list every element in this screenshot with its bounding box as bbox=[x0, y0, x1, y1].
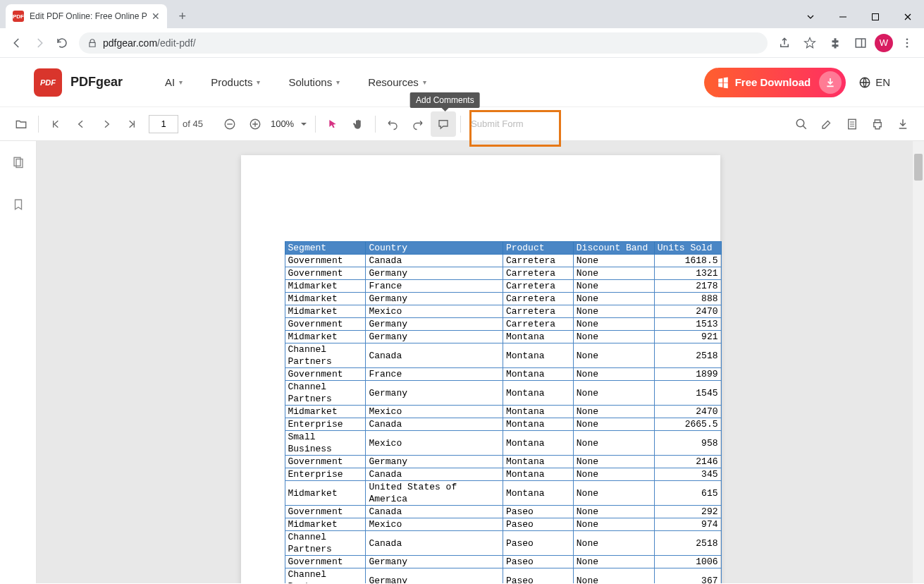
address-bar[interactable]: pdfgear.com/edit-pdf/ bbox=[79, 32, 768, 54]
table-cell: Canada bbox=[366, 343, 503, 368]
open-file-icon[interactable] bbox=[8, 111, 34, 137]
table-cell: Canada bbox=[366, 531, 503, 556]
hand-tool[interactable] bbox=[345, 111, 371, 137]
table-cell: Government bbox=[285, 368, 366, 381]
prev-page-button[interactable] bbox=[68, 111, 94, 137]
table-cell: None bbox=[573, 556, 654, 568]
table-row: EnterpriseCanadaMontanaNone2665.5 bbox=[285, 418, 721, 431]
table-cell: Germany bbox=[366, 331, 503, 343]
menu-products[interactable]: Products▾ bbox=[197, 76, 274, 88]
brand-name[interactable]: PDFgear bbox=[70, 75, 123, 90]
close-window-button[interactable] bbox=[892, 6, 924, 28]
share-icon[interactable] bbox=[773, 32, 796, 54]
minimize-button[interactable] bbox=[827, 6, 859, 28]
download-icon[interactable] bbox=[890, 111, 916, 137]
table-cell: 958 bbox=[654, 431, 721, 456]
brand-logo[interactable]: PDF bbox=[34, 68, 62, 97]
forward-button[interactable] bbox=[28, 32, 51, 54]
table-cell: Montana bbox=[503, 431, 573, 456]
menu-resources[interactable]: Resources▾ bbox=[354, 76, 441, 88]
table-cell: Montana bbox=[503, 418, 573, 431]
table-row: Small BusinessMexicoMontanaNone958 bbox=[285, 431, 721, 456]
free-download-button[interactable]: Free Download bbox=[704, 68, 846, 97]
table-cell: Mexico bbox=[366, 518, 503, 531]
table-cell: Montana bbox=[503, 406, 573, 418]
table-cell: Small Business bbox=[285, 431, 366, 456]
table-cell: Channel Partners bbox=[285, 381, 366, 406]
last-page-button[interactable] bbox=[119, 111, 144, 137]
tooltip: Add Comments bbox=[410, 92, 480, 108]
language-label: EN bbox=[875, 76, 890, 88]
add-comments-button[interactable]: Add Comments bbox=[431, 111, 456, 137]
table-cell: Channel Partners bbox=[285, 568, 366, 584]
reload-button[interactable] bbox=[51, 32, 73, 54]
pdf-page: SegmentCountryProductDiscount BandUnits … bbox=[241, 155, 720, 583]
browser-tab[interactable]: PDF Edit PDF Online: Free Online P ✕ bbox=[6, 4, 167, 28]
table-cell: Germany bbox=[366, 293, 503, 305]
table-cell: Channel Partners bbox=[285, 343, 366, 368]
table-cell: Midmarket bbox=[285, 331, 366, 343]
profile-avatar[interactable]: W bbox=[875, 34, 893, 52]
window-controls bbox=[794, 6, 924, 28]
page-number-input[interactable] bbox=[149, 115, 178, 133]
scrollbar-thumb[interactable] bbox=[914, 154, 923, 181]
table-cell: Canada bbox=[366, 418, 503, 431]
zoom-out-button[interactable] bbox=[217, 111, 242, 137]
scrollbar[interactable] bbox=[913, 141, 924, 583]
browser-tab-strip: PDF Edit PDF Online: Free Online P ✕ + bbox=[0, 0, 924, 28]
svg-rect-0 bbox=[873, 14, 879, 20]
chevron-down-icon: ▾ bbox=[257, 78, 260, 86]
table-cell: Canada bbox=[366, 506, 503, 518]
maximize-button[interactable] bbox=[859, 6, 892, 28]
table-cell: Germany bbox=[366, 556, 503, 568]
redo-button[interactable] bbox=[405, 111, 431, 137]
language-switcher[interactable]: EN bbox=[858, 76, 890, 89]
table-cell: Midmarket bbox=[285, 293, 366, 305]
table-cell: 615 bbox=[654, 481, 721, 506]
back-button[interactable] bbox=[6, 32, 28, 54]
next-page-button[interactable] bbox=[94, 111, 119, 137]
bookmark-star-icon[interactable] bbox=[799, 32, 821, 54]
close-tab-icon[interactable]: ✕ bbox=[152, 11, 160, 22]
new-tab-button[interactable]: + bbox=[173, 6, 192, 26]
tab-title: Edit PDF Online: Free Online P bbox=[30, 11, 147, 21]
submit-form-button[interactable]: Submit Form bbox=[471, 118, 523, 129]
table-cell: Mexico bbox=[366, 305, 503, 318]
canvas-area[interactable]: SegmentCountryProductDiscount BandUnits … bbox=[37, 141, 924, 583]
menu-ai[interactable]: AI▾ bbox=[151, 76, 197, 88]
zoom-in-button[interactable] bbox=[242, 111, 268, 137]
search-icon[interactable] bbox=[789, 111, 814, 137]
first-page-button[interactable] bbox=[43, 111, 68, 137]
download-icon bbox=[819, 71, 842, 94]
table-cell: None bbox=[573, 481, 654, 506]
table-row: EnterpriseCanadaMontanaNone345 bbox=[285, 468, 721, 481]
svg-point-3 bbox=[906, 42, 908, 44]
menu-solutions[interactable]: Solutions▾ bbox=[274, 76, 354, 88]
bookmarks-icon[interactable] bbox=[6, 192, 31, 217]
print-icon[interactable] bbox=[865, 111, 890, 137]
table-cell: Enterprise bbox=[285, 468, 366, 481]
extensions-icon[interactable] bbox=[824, 32, 846, 54]
table-row: Channel PartnersCanadaMontanaNone2518 bbox=[285, 343, 721, 368]
zoom-dropdown[interactable] bbox=[297, 111, 311, 137]
select-tool[interactable] bbox=[320, 111, 345, 137]
table-row: Channel PartnersGermanyMontanaNone1545 bbox=[285, 381, 721, 406]
undo-button[interactable] bbox=[380, 111, 405, 137]
table-cell: Mexico bbox=[366, 431, 503, 456]
table-cell: 888 bbox=[654, 293, 721, 305]
table-row: MidmarketMexicoCarreteraNone2470 bbox=[285, 305, 721, 318]
table-cell: Paseo bbox=[503, 518, 573, 531]
table-cell: United States of America bbox=[366, 481, 503, 506]
zoom-level[interactable]: 100% bbox=[271, 118, 294, 129]
download-label: Free Download bbox=[735, 76, 811, 88]
table-cell: Enterprise bbox=[285, 418, 366, 431]
menu-dots-icon[interactable] bbox=[896, 32, 918, 54]
chevron-down-icon[interactable] bbox=[794, 6, 827, 28]
sidepanel-icon[interactable] bbox=[849, 32, 872, 54]
edit-icon[interactable] bbox=[814, 111, 839, 137]
thumbnails-icon[interactable] bbox=[6, 150, 31, 175]
table-row: MidmarketMexicoMontanaNone2470 bbox=[285, 406, 721, 418]
table-header: Discount Band bbox=[573, 242, 654, 255]
separator bbox=[315, 116, 316, 133]
page-view-icon[interactable] bbox=[839, 111, 865, 137]
